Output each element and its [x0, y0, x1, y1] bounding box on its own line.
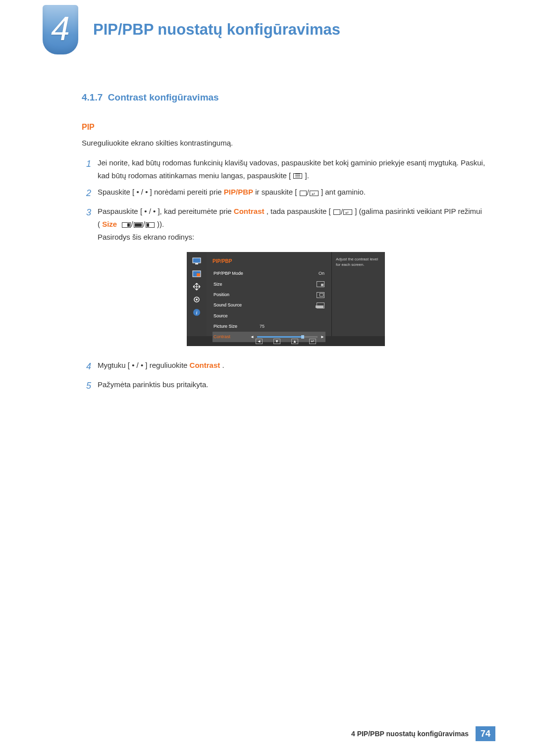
- size-highlight: Size: [102, 220, 117, 228]
- step-body: Pažymėta parinktis bus pritaikyta.: [98, 378, 485, 394]
- osd-row-source: Source: [213, 311, 325, 321]
- nav-down-icon: ▼: [273, 339, 280, 344]
- section-title: Contrast konfigūravimas: [108, 92, 219, 102]
- step-3: 3 Paspauskite [ • / • ], kad pereitumėte…: [82, 205, 485, 355]
- svg-rect-3: [197, 273, 200, 276]
- position-value-icon: [317, 292, 324, 298]
- size-large-icon: [146, 222, 155, 228]
- step-number: 2: [82, 186, 96, 201]
- section-heading: 4.1.7 Contrast konfigūravimas: [82, 92, 219, 103]
- step-number: 1: [82, 156, 96, 182]
- step-1: 1 Jei norite, kad būtų rodomas funkcinių…: [82, 156, 485, 182]
- select-enter-icon: /: [299, 186, 319, 199]
- step-2: 2 Spauskite [ • / • ] norėdami pereiti p…: [82, 186, 485, 201]
- step-number: 4: [82, 359, 96, 374]
- osd-row-size: Size: [213, 279, 325, 290]
- step-body: Mygtuku [ • / • ] reguliuokite Contrast …: [98, 359, 485, 374]
- osd-panel: i PIP/PBP PIP/PBP Mode On Size: [187, 252, 385, 336]
- step-body: Paspauskite [ • / • ], kad pereitumėte p…: [98, 205, 485, 355]
- gear-icon: [192, 296, 201, 303]
- osd-row-picsize: Picture Size 75: [213, 321, 325, 332]
- contrast-highlight: Contrast: [234, 207, 265, 215]
- select-enter-icon: /: [333, 205, 353, 218]
- intro-text: Sureguliuokite ekrano skilties kontrasti…: [82, 139, 233, 147]
- nav-left-icon: ◄: [256, 339, 263, 344]
- osd-row-contrast: Contrast ◄ ►: [213, 332, 325, 342]
- footer-text: 4 PIP/PBP nuostatų konfigūravimas: [351, 730, 469, 738]
- chapter-badge: 4: [43, 5, 78, 54]
- svg-text:i: i: [196, 309, 197, 315]
- osd-sidebar: i: [187, 252, 207, 336]
- section-number: 4.1.7: [82, 92, 103, 102]
- move-icon: [192, 283, 201, 291]
- size-split-icon: [134, 222, 143, 228]
- osd-help-text: Adjust the contrast level for each scree…: [336, 257, 378, 266]
- step-5: 5 Pažymėta parinktis bus pritaikyta.: [82, 378, 485, 394]
- step-number: 5: [82, 378, 96, 394]
- osd-value: On: [319, 270, 324, 277]
- osd-help-panel: Adjust the contrast level for each scree…: [331, 252, 385, 336]
- pip-subheading: PIP: [82, 123, 95, 132]
- steps-list: 1 Jei norite, kad būtų rodomas funkcinių…: [82, 156, 485, 398]
- svg-point-5: [196, 299, 198, 301]
- monitor-icon: [192, 257, 201, 265]
- nav-enter-icon: ↵: [309, 339, 316, 344]
- pippbp-highlight: PIP/PBP: [224, 188, 253, 196]
- svg-rect-0: [193, 258, 201, 263]
- slider-value: 75: [257, 323, 267, 330]
- chapter-title: PIP/PBP nuostatų konfigūravimas: [93, 21, 340, 39]
- left-arrow-icon: ◄: [250, 334, 254, 341]
- step-4: 4 Mygtuku [ • / • ] reguliuokite Contras…: [82, 359, 485, 374]
- page-number: 74: [476, 726, 495, 741]
- osd-row-sound: Sound Source: [213, 300, 325, 310]
- contrast-highlight: Contrast: [190, 361, 220, 369]
- pip-icon: [192, 270, 201, 278]
- info-icon: i: [192, 308, 201, 316]
- osd-title: PIP/PBP: [213, 257, 325, 265]
- osd-row-mode: PIP/PBP Mode On: [213, 268, 325, 279]
- osd-menu: PIP/PBP PIP/PBP Mode On Size Position: [207, 252, 331, 336]
- svg-rect-1: [195, 263, 198, 264]
- size-small-icon: [122, 222, 131, 228]
- right-arrow-icon: ►: [321, 334, 324, 341]
- step-number: 3: [82, 205, 96, 355]
- sound-value-icon: [317, 302, 324, 308]
- page: 4 PIP/PBP nuostatų konfigūravimas 4.1.7 …: [0, 0, 535, 756]
- footer: 4 PIP/PBP nuostatų konfigūravimas 74: [351, 726, 495, 741]
- osd-slider-row: 75: [237, 323, 324, 330]
- chapter-number: 4: [51, 9, 70, 48]
- size-value-icon: [317, 281, 324, 287]
- menu-icon: [293, 173, 302, 179]
- step-body: Spauskite [ • / • ] norėdami pereiti pri…: [98, 186, 485, 201]
- osd-screenshot: i PIP/PBP PIP/PBP Mode On Size: [187, 252, 385, 346]
- step-body: Jei norite, kad būtų rodomas funkcinių k…: [98, 156, 485, 182]
- contrast-slider: [257, 336, 318, 338]
- osd-row-position: Position: [213, 290, 325, 300]
- nav-up-icon: ▲: [291, 339, 298, 344]
